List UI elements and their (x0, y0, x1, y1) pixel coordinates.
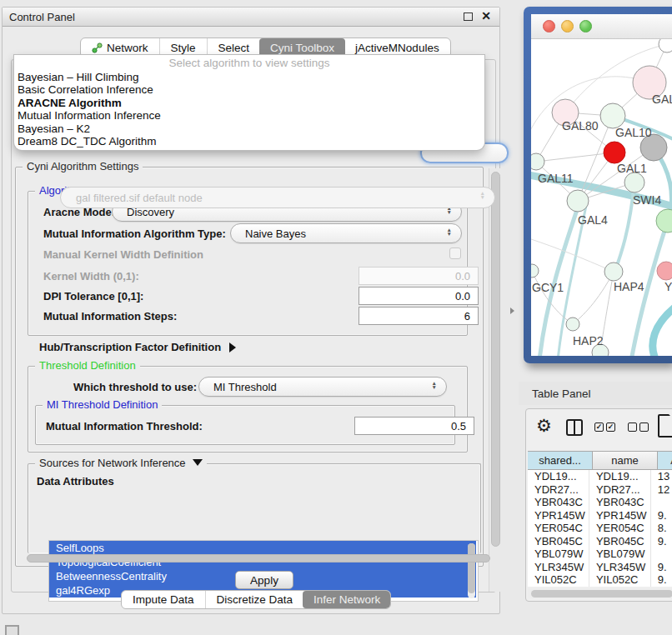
table-row[interactable]: YPR145WYPR145W9. (528, 509, 672, 522)
column-header[interactable]: name (593, 451, 658, 470)
settings-vertical-scrollbar-thumb[interactable] (491, 172, 500, 547)
table-horizontal-scrollbar[interactable] (528, 588, 672, 598)
table-row[interactable]: YDL19...YDL19...13 (528, 470, 672, 483)
tab-discretize-data[interactable]: Discretize Data (205, 591, 304, 608)
hub-definition-label: Hub/Transcription Factor Definition (39, 341, 221, 353)
attributes-scrollbar[interactable] (468, 543, 475, 598)
apply-button[interactable]: Apply (235, 571, 293, 589)
attributes-scrollbar-thumb[interactable] (468, 543, 475, 593)
table-cell: 13 (651, 470, 672, 483)
table-cell: YBR045C (589, 535, 651, 548)
tab-impute-data[interactable]: Impute Data (122, 591, 205, 608)
network-edge[interactable] (653, 308, 672, 356)
network-node[interactable] (566, 318, 579, 331)
table-row[interactable]: YBL079WYBL079W (528, 548, 672, 561)
which-threshold-label: Which threshold to use: (73, 381, 197, 393)
network-node[interactable] (659, 39, 672, 52)
network-node[interactable] (531, 264, 539, 278)
network-window-inner: GALGAL80GAL10GAL11GAL1SWI4GAL4GCY1HAP4YH… (531, 14, 672, 356)
table-row[interactable]: YBR045CYBR045C9. (528, 535, 672, 548)
network-node[interactable] (567, 190, 589, 212)
sources-toggle[interactable]: Sources for Network Inference (35, 457, 207, 469)
column-layout-icon[interactable] (566, 419, 583, 436)
dpi-tolerance-field[interactable]: 0.0 (359, 287, 479, 305)
table-row[interactable]: YLR345WYLR345W9. (528, 561, 672, 574)
mi-steps-field[interactable]: 6 (359, 307, 479, 325)
network-edge[interactable] (539, 202, 579, 356)
combo-stepper-icon: ▲▼ (447, 228, 452, 236)
mi-threshold-field[interactable]: 0.5 (354, 417, 474, 435)
table-cell (651, 548, 672, 561)
network-window[interactable]: GALGAL80GAL10GAL11GAL1SWI4GAL4GCY1HAP4YH… (524, 7, 672, 363)
table-row[interactable]: YDR27...YDR27...12 (528, 483, 672, 497)
mi-steps-label: Mutual Information Steps: (43, 310, 177, 322)
mi-threshold-label: Mutual Information Threshold: (46, 420, 203, 432)
tab-infer-network[interactable]: Infer Network (303, 591, 391, 608)
minimized-panel-icon[interactable] (5, 625, 19, 635)
select-all-checkboxes-icon[interactable]: ✓ (594, 422, 604, 432)
minimize-traffic-light-icon[interactable] (561, 20, 574, 32)
algorithm-dropdown-items: Bayesian – Hill ClimbingBasic Correlatio… (14, 71, 484, 148)
cyni-algorithm-settings-group: Cyni Algorithm Settings Algorithm Defini… (15, 167, 484, 567)
network-edge[interactable] (573, 272, 614, 324)
kernel-width-value: 0.0 (455, 270, 470, 282)
zoom-traffic-light-icon[interactable] (579, 20, 592, 32)
network-node-label: GAL80 (562, 119, 599, 132)
select-all-checkboxes-icon[interactable]: ✓ (606, 422, 615, 432)
network-window-titlebar[interactable] (531, 14, 672, 39)
settings-vertical-scrollbar[interactable] (489, 168, 501, 592)
table-cell: YBL079W (589, 548, 651, 561)
dropdown-item[interactable]: ARACNE Algorithm (14, 97, 484, 109)
network-graph: GALGAL80GAL10GAL11GAL1SWI4GAL4GCY1HAP4YH… (531, 39, 672, 356)
table-panel-title: Table Panel (532, 388, 591, 400)
network-node[interactable] (657, 262, 672, 280)
control-panel-title: Control Panel (9, 11, 75, 23)
manual-kernel-checkbox[interactable] (449, 248, 461, 259)
dropdown-item[interactable]: Bayesian – K2 (14, 122, 484, 135)
column-header[interactable]: shared... (528, 451, 593, 470)
settings-horizontal-scrollbar-thumb[interactable] (27, 554, 490, 562)
expanded-arrow-icon (193, 459, 203, 466)
mi-type-combo[interactable]: Naive Bayes ▲▼ (230, 223, 462, 243)
kernel-width-field[interactable]: 0.0 (359, 267, 479, 285)
attribute-list-item[interactable]: SelfLoops (49, 541, 476, 555)
network-node[interactable] (656, 209, 672, 232)
settings-gear-icon[interactable]: ⚙ (536, 416, 552, 436)
combo-stepper-icon: ▲▼ (480, 191, 485, 199)
which-threshold-combo[interactable]: MI Threshold ▲▼ (198, 377, 447, 397)
pane-divider-arrow-icon[interactable] (510, 308, 514, 314)
table-row[interactable]: YIL052CYIL052C9. (528, 573, 672, 587)
network-node[interactable] (624, 172, 644, 192)
table-cell: YDL19... (528, 470, 589, 483)
tab-label: jActiveMNodules (355, 42, 439, 54)
network-node-label: HAP2 (573, 334, 604, 348)
table-select-combo[interactable]: gal filtered.sif default node ▲▼ (60, 187, 495, 208)
network-node-label: Y (664, 280, 672, 293)
dpi-tolerance-value: 0.0 (455, 290, 470, 302)
network-canvas[interactable]: GALGAL80GAL10GAL11GAL1SWI4GAL4GCY1HAP4YH… (531, 39, 672, 356)
deselect-checkboxes-icon[interactable] (639, 422, 649, 432)
network-node[interactable] (604, 262, 623, 281)
network-node[interactable] (600, 103, 625, 128)
close-panel-icon[interactable]: ✕ (481, 9, 491, 22)
dropdown-item[interactable]: Mutual Information Inference (14, 109, 484, 122)
table-row[interactable]: YER054CYER054C8. (528, 522, 672, 535)
document-icon[interactable] (658, 414, 672, 438)
table-cell: 8. (651, 522, 672, 535)
network-edge[interactable] (536, 152, 614, 162)
network-node[interactable] (531, 153, 544, 170)
column-header[interactable]: A (658, 451, 672, 470)
dropdown-item[interactable]: Dream8 DC_TDC Algorithm (14, 135, 484, 148)
deselect-checkboxes-icon[interactable] (628, 422, 637, 432)
dropdown-item[interactable]: Bayesian – Hill Climbing (14, 71, 484, 83)
tab-label: Infer Network (313, 593, 380, 606)
threshold-definition-group: Threshold Definition Which threshold to … (28, 366, 468, 452)
close-traffic-light-icon[interactable] (543, 20, 555, 32)
dropdown-item[interactable]: Basic Correlation Inference (14, 83, 484, 96)
network-node[interactable] (604, 142, 625, 163)
hub-definition-toggle[interactable]: Hub/Transcription Factor Definition (39, 341, 236, 353)
table-row[interactable]: YBR043CYBR043C (528, 496, 672, 509)
app-root: Control Panel ✕ NetworkStyleSelectCyni T… (0, 0, 672, 635)
float-panel-icon[interactable] (464, 12, 473, 21)
table-horizontal-scrollbar-thumb[interactable] (531, 590, 672, 598)
